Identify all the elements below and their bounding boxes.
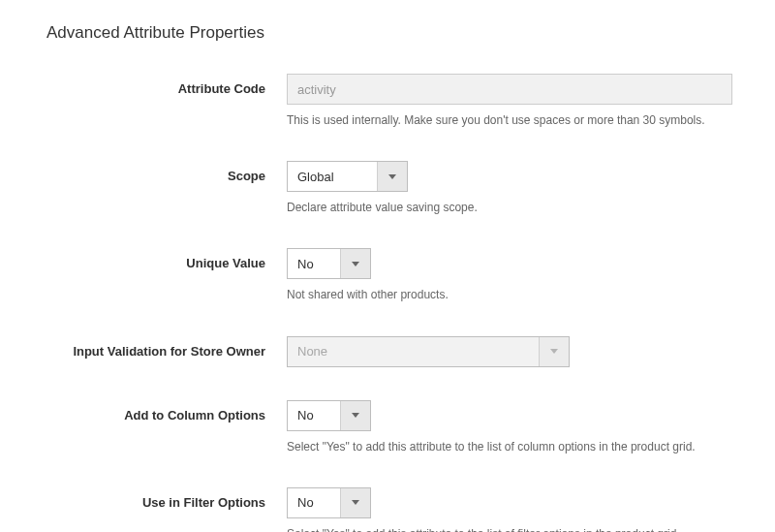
hint-scope: Declare attribute value saving scope. — [287, 200, 746, 215]
label-attribute-code: Attribute Code — [46, 74, 287, 96]
row-unique-value: Unique Value No Not shared with other pr… — [46, 248, 746, 302]
hint-unique-value: Not shared with other products. — [287, 287, 746, 302]
row-scope: Scope Global Declare attribute value sav… — [46, 161, 746, 215]
label-add-to-column: Add to Column Options — [46, 400, 287, 422]
label-input-validation: Input Validation for Store Owner — [46, 336, 287, 359]
input-validation-select-value: None — [288, 337, 539, 366]
add-to-column-select[interactable]: No — [287, 400, 371, 431]
attribute-code-input[interactable] — [287, 74, 732, 105]
row-attribute-code: Attribute Code This is used internally. … — [46, 74, 746, 128]
add-to-column-select-value: No — [288, 401, 340, 430]
scope-select[interactable]: Global — [287, 161, 408, 192]
row-use-in-filter: Use in Filter Options No Select "Yes" to… — [46, 487, 746, 532]
use-in-filter-select[interactable]: No — [287, 487, 371, 518]
input-validation-select: None — [287, 336, 570, 367]
row-add-to-column: Add to Column Options No Select "Yes" to… — [46, 400, 746, 454]
chevron-down-icon — [340, 249, 370, 278]
chevron-down-icon — [340, 488, 370, 517]
hint-attribute-code: This is used internally. Make sure you d… — [287, 112, 746, 128]
label-scope: Scope — [46, 161, 287, 183]
use-in-filter-select-value: No — [288, 488, 340, 517]
chevron-down-icon — [340, 401, 370, 430]
row-input-validation: Input Validation for Store Owner None — [46, 336, 746, 367]
chevron-down-icon — [377, 162, 407, 191]
hint-add-to-column: Select "Yes" to add this attribute to th… — [287, 439, 746, 454]
unique-value-select-value: No — [288, 249, 340, 278]
hint-use-in-filter: Select "Yes" to add this attribute to th… — [287, 526, 746, 532]
advanced-attribute-properties-panel: Advanced Attribute Properties Attribute … — [0, 0, 775, 532]
label-use-in-filter: Use in Filter Options — [46, 487, 287, 510]
chevron-down-icon — [539, 337, 569, 366]
label-unique-value: Unique Value — [46, 248, 287, 270]
section-title: Advanced Attribute Properties — [46, 23, 746, 43]
unique-value-select[interactable]: No — [287, 248, 371, 279]
scope-select-value: Global — [288, 162, 377, 191]
